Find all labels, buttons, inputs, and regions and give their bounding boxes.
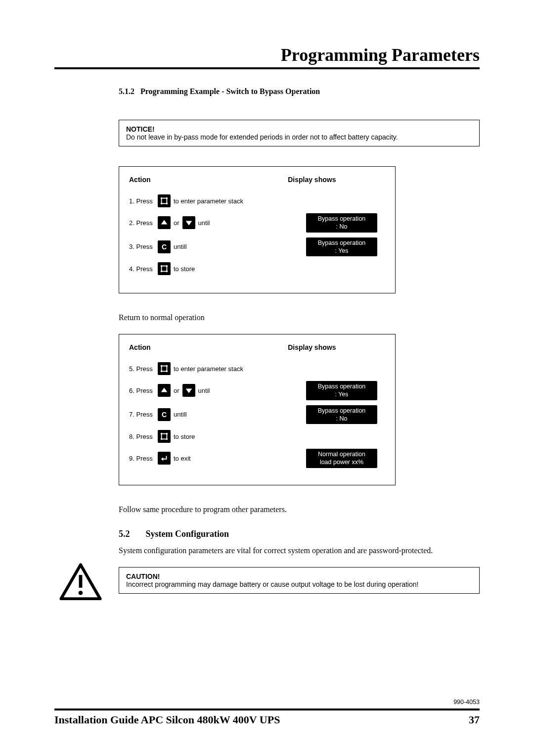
notice-body: Do not leave in by-pass mode for extende…: [126, 133, 472, 141]
proc2-row8: 8. Press to store: [129, 429, 385, 444]
warning-triangle-icon: [59, 563, 102, 601]
section-52-body: System configuration parameters are vita…: [119, 546, 480, 555]
c-key-icon: C: [158, 240, 171, 253]
page-number: 37: [469, 713, 480, 726]
title-rule: [54, 67, 480, 69]
notice-box: NOTICE! Do not leave in by-pass mode for…: [119, 120, 480, 146]
return-text: Return to normal operation: [119, 313, 480, 322]
svg-point-43: [79, 590, 83, 595]
svg-marker-30: [185, 389, 192, 393]
proc1-row3: 3. Press C untill Bypass operation : Yes: [129, 237, 385, 257]
section-title: System Configuration: [146, 529, 229, 539]
svg-rect-42: [79, 575, 83, 588]
svg-marker-9: [161, 220, 168, 225]
svg-marker-40: [161, 457, 164, 461]
proc1-row1: 1. Press to enter parameter stack: [129, 193, 385, 208]
caution-box: CAUTION! Incorrect programming may damag…: [119, 567, 480, 594]
enter-icon: [158, 452, 171, 465]
subsection-number: 5.1.2: [119, 87, 134, 95]
proc2-row9: 9. Press to exit Normal operation load p…: [129, 449, 385, 468]
proc2-row5: 5. Press to enter parameter stack: [129, 361, 385, 376]
subsection-heading-512: 5.1.2 Programming Example - Switch to By…: [119, 87, 480, 96]
proc1-header: Action Display shows: [129, 176, 385, 184]
arrow-up-icon: [158, 216, 171, 229]
param-stack-icon: [158, 362, 171, 375]
caution-title: CAUTION!: [126, 572, 472, 580]
procedure-box-1: Action Display shows 1. Press to enter p…: [119, 166, 396, 293]
param-stack-icon: [158, 262, 171, 275]
to-enter-text: to enter parameter stack: [174, 197, 243, 205]
arrow-up-icon: [158, 384, 171, 397]
footer: 990-4053 Installation Guide APC Silcon 4…: [54, 699, 480, 726]
param-stack-icon: [158, 430, 171, 443]
footer-title: Installation Guide APC Silcon 480kW 400V…: [54, 713, 280, 726]
proc1-row4: 4. Press to store: [129, 261, 385, 276]
svg-rect-31: [162, 434, 167, 439]
page-title: Programming Parameters: [54, 45, 480, 65]
svg-marker-29: [161, 388, 168, 392]
footer-rule: [54, 709, 480, 710]
lcd-display: Bypass operation : No: [306, 405, 377, 425]
svg-rect-0: [162, 198, 167, 204]
lcd-display: Bypass operation : Yes: [306, 381, 377, 400]
follow-text: Follow same procedure to program other p…: [119, 505, 480, 514]
document-number: 990-4053: [54, 699, 480, 706]
svg-marker-10: [185, 221, 192, 226]
svg-rect-11: [162, 266, 167, 272]
procedure-box-2: Action Display shows 5. Press to enter p…: [119, 334, 396, 485]
notice-title: NOTICE!: [126, 125, 472, 133]
proc1-row2: 2. Press or until Bypass operation : No: [129, 213, 385, 233]
proc2-row6: 6. Press or until Bypass operation : Yes: [129, 381, 385, 400]
lcd-display: Bypass operation : Yes: [306, 237, 377, 257]
display-header: Display shows: [285, 343, 385, 351]
param-stack-icon: [158, 194, 171, 207]
proc2-row7: 7. Press C untill Bypass operation : No: [129, 405, 385, 425]
lcd-display: Normal operation load power xx%: [306, 449, 377, 468]
page: Programming Parameters 5.1.2 Programming…: [0, 0, 534, 756]
subsection-title: Programming Example - Switch to Bypass O…: [140, 87, 320, 95]
section-number: 5.2: [119, 529, 143, 539]
caution-wrap: CAUTION! Incorrect programming may damag…: [119, 567, 480, 594]
action-header: Action: [129, 343, 283, 351]
lcd-display: Bypass operation : No: [306, 213, 377, 233]
arrow-down-icon: [182, 384, 195, 397]
svg-rect-20: [162, 366, 167, 372]
action-header: Action: [129, 176, 283, 184]
display-header: Display shows: [285, 176, 385, 184]
section-heading-52: 5.2 System Configuration: [119, 529, 480, 539]
arrow-down-icon: [182, 216, 195, 229]
caution-body: Incorrect programming may damage battery…: [126, 580, 472, 588]
content-area: 5.1.2 Programming Example - Switch to By…: [119, 87, 480, 594]
proc2-header: Action Display shows: [129, 343, 385, 351]
c-key-icon: C: [158, 408, 171, 421]
